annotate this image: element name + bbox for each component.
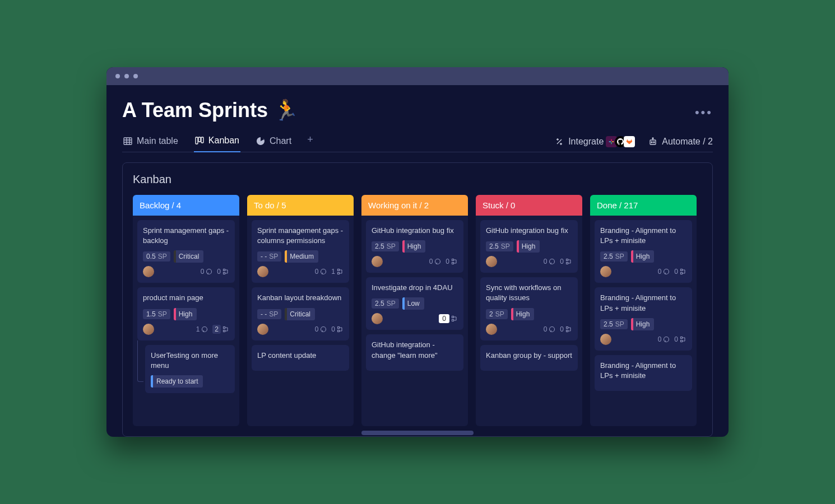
kanban-card[interactable]: Branding - Alignment to LPs + minisite2.… (595, 287, 692, 350)
table-icon (123, 137, 132, 146)
priority-color-bar (402, 297, 405, 310)
kanban-card[interactable]: product main page1.5SPHigh12 (137, 287, 235, 340)
card-meta: 2.5SPHigh (372, 240, 458, 253)
subtask-count[interactable]: 0 (674, 335, 686, 343)
priority-label: High (522, 242, 536, 250)
comment-count[interactable]: 0 (544, 258, 556, 265)
priority-badge: High (402, 240, 426, 253)
integrate-icon (555, 137, 564, 146)
kanban-card[interactable]: Sync with workflows on quality issues2SP… (480, 277, 578, 340)
comment-count[interactable]: 0 (429, 258, 442, 265)
more-menu[interactable]: ••• (695, 105, 713, 120)
priority-badge: Critical (285, 308, 315, 320)
card-footer: 00 (486, 324, 572, 335)
svg-rect-32 (567, 330, 568, 332)
priority-label: High (516, 310, 530, 318)
avatar[interactable] (486, 256, 497, 267)
kanban-card[interactable]: GitHub integration - change "learn more" (366, 334, 463, 370)
automate-button[interactable]: Automate / 2 (648, 137, 713, 147)
kanban-card[interactable]: GitHub integration bug fix2.5SPHigh00 (366, 220, 463, 273)
priority-badge: Critical (174, 250, 204, 263)
card-footer: 00 (600, 266, 686, 277)
card-meta: 0.5SPCritical (143, 250, 229, 263)
comment-count[interactable]: 0 (658, 268, 670, 276)
column-header[interactable]: Working on it / 2 (361, 195, 468, 216)
subtask-count[interactable]: 2 (212, 325, 229, 334)
svg-rect-29 (567, 259, 568, 261)
column-header[interactable]: To do / 5 (247, 195, 354, 216)
comment-count[interactable]: 1 (196, 325, 208, 333)
kanban-subtask-card[interactable]: UserTesting on more menuReady to start (145, 345, 235, 393)
card-counts: 00 (201, 268, 229, 276)
avatar[interactable] (600, 334, 611, 345)
kanban-card[interactable]: LP content update (252, 345, 349, 371)
kanban-card[interactable]: Kanban layout breakdown- -SPCritical00 (252, 287, 349, 340)
comment-count[interactable]: 0 (315, 325, 327, 333)
right-actions: Integrate Automa (555, 136, 713, 152)
subtask-count[interactable]: 0 (674, 268, 686, 276)
svg-rect-6 (198, 137, 201, 142)
subtask-count[interactable]: 0 (331, 325, 344, 333)
card-title: Sprint management gaps - backlog (143, 226, 229, 246)
avatar[interactable] (372, 313, 383, 324)
kanban-card[interactable]: Sprint management gaps - backlog0.5SPCri… (137, 220, 235, 283)
comment-count[interactable]: 0 (315, 268, 327, 276)
card-title: GitHub integration bug fix (372, 226, 458, 236)
column-header[interactable]: Backlog / 4 (133, 195, 239, 216)
priority-color-bar (631, 318, 633, 330)
avatar[interactable] (257, 324, 268, 335)
priority-color-bar (631, 250, 633, 263)
svg-rect-19 (224, 326, 225, 328)
subtask-count[interactable]: 0 (217, 268, 229, 276)
card-counts: 00 (658, 335, 686, 343)
kanban-card[interactable]: Branding - Alignment to LPs + minisite2.… (595, 220, 692, 283)
subtask-count[interactable]: 1 (331, 268, 344, 276)
comment-count[interactable]: 0 (544, 325, 556, 333)
window-dot[interactable] (115, 74, 120, 78)
column-header[interactable]: Stuck / 0 (476, 195, 582, 216)
column-body: Branding - Alignment to LPs + minisite2.… (590, 216, 697, 426)
kanban-card[interactable]: Investigate drop in 4DAU2.5SPLow0 (366, 277, 463, 330)
kanban-icon (195, 136, 204, 145)
card-title: Sprint management gaps - columns permiss… (257, 226, 344, 246)
kanban-card[interactable]: Sprint management gaps - columns permiss… (252, 220, 349, 283)
avatar[interactable] (143, 324, 154, 335)
svg-rect-25 (452, 259, 454, 261)
sp-badge: - -SP (257, 251, 281, 262)
card-counts: 00 (544, 258, 572, 265)
priority-label: Critical (290, 310, 310, 318)
avatar[interactable] (257, 266, 268, 277)
card-meta: 2SPHigh (486, 308, 572, 320)
tab-chart[interactable]: Chart (255, 133, 293, 152)
tab-main-table[interactable]: Main table (122, 133, 179, 152)
sp-badge: 2SP (486, 309, 508, 319)
kanban-card[interactable]: Branding - Alignment to LPs + minisite (595, 355, 692, 391)
integrate-button[interactable]: Integrate (555, 136, 635, 147)
avatar[interactable] (486, 324, 497, 335)
subtask-count[interactable]: 0 (439, 314, 458, 323)
column-body: GitHub integration bug fix2.5SPHigh00Inv… (361, 216, 468, 426)
subtask-count[interactable]: 0 (446, 258, 458, 265)
add-view-button[interactable]: + (307, 134, 313, 150)
kanban-card[interactable]: Kanban group by - support (480, 345, 578, 371)
comment-count[interactable]: 0 (201, 268, 213, 276)
svg-rect-7 (201, 137, 203, 143)
window-dot[interactable] (124, 74, 129, 78)
card-counts: 0 (439, 314, 458, 323)
column-header[interactable]: Done / 217 (590, 195, 697, 216)
subtask-count[interactable]: 0 (560, 325, 572, 333)
comment-count[interactable]: 0 (658, 335, 670, 343)
priority-label: Low (407, 300, 420, 307)
svg-rect-31 (567, 326, 568, 328)
avatar[interactable] (143, 266, 154, 277)
avatar[interactable] (600, 266, 611, 277)
card-counts: 00 (658, 268, 686, 276)
window-dot[interactable] (133, 74, 138, 78)
columns-container: Backlog / 4Sprint management gaps - back… (133, 195, 702, 426)
gitlab-icon (624, 136, 635, 147)
horizontal-scrollbar[interactable] (361, 431, 474, 435)
avatar[interactable] (372, 256, 383, 267)
kanban-card[interactable]: GitHub integration bug fix2.5SPHigh00 (480, 220, 578, 273)
tab-kanban[interactable]: Kanban (194, 132, 240, 152)
subtask-count[interactable]: 0 (560, 258, 572, 265)
